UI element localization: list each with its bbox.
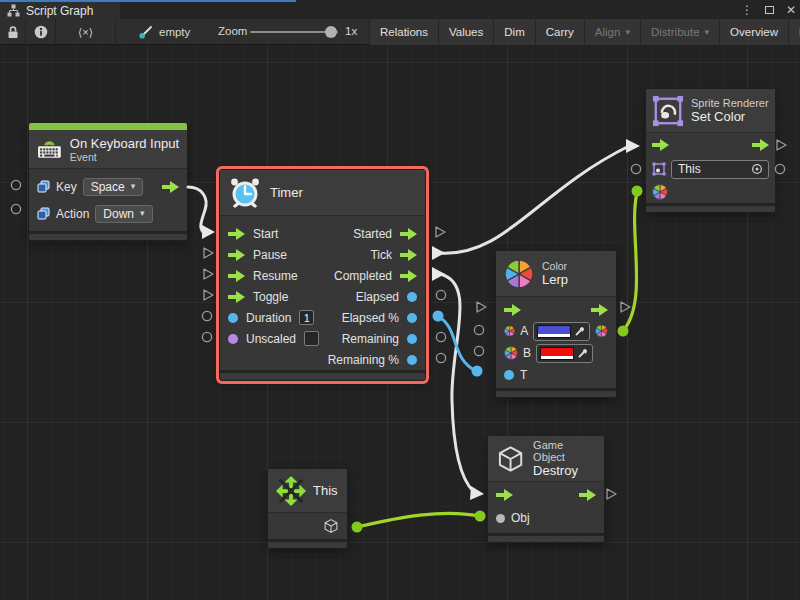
node-on-keyboard-input[interactable]: On Keyboard Input Event Key Space▾ bbox=[28, 122, 188, 241]
fullscreen-button[interactable]: Full Screen bbox=[789, 19, 800, 45]
node-color-lerp[interactable]: Color Lerp A bbox=[495, 250, 617, 398]
port-timer-resume[interactable] bbox=[204, 269, 213, 279]
port-timer-start[interactable] bbox=[202, 225, 215, 239]
node-timer[interactable]: Timer Start Pause Resume Toggle Duration… bbox=[219, 169, 426, 381]
wire-this-to-obj[interactable] bbox=[357, 513, 479, 527]
value-port-dot[interactable] bbox=[407, 313, 417, 323]
port-timer-remaining-percent[interactable] bbox=[436, 353, 445, 362]
flow-output-arrow[interactable] bbox=[579, 489, 596, 501]
flow-output-arrow[interactable] bbox=[591, 304, 608, 316]
info-button[interactable] bbox=[26, 19, 56, 45]
port-lerp-a[interactable] bbox=[474, 325, 483, 334]
port-lerp-exit[interactable] bbox=[621, 302, 630, 312]
relations-button[interactable]: Relations bbox=[370, 19, 439, 45]
value-port-dot[interactable] bbox=[407, 355, 417, 365]
node-this[interactable]: This bbox=[267, 468, 348, 549]
value-port-dot[interactable] bbox=[496, 514, 505, 523]
flow-output-arrow[interactable] bbox=[752, 139, 769, 151]
port-this-value[interactable] bbox=[352, 522, 363, 533]
port-timer-started[interactable] bbox=[436, 227, 445, 237]
window-menu-icon[interactable]: ⋮ bbox=[741, 4, 753, 16]
port-keyboard-key[interactable] bbox=[11, 180, 20, 189]
eyedropper-icon[interactable] bbox=[574, 325, 586, 337]
tab-script-graph[interactable]: Script Graph bbox=[0, 2, 120, 19]
node-footer[interactable] bbox=[220, 370, 425, 379]
flow-output-arrow[interactable] bbox=[162, 181, 179, 193]
port-destroy-enter[interactable] bbox=[470, 486, 484, 500]
eyedropper-icon[interactable] bbox=[577, 347, 589, 359]
wire-lerp-to-color[interactable] bbox=[623, 193, 637, 331]
port-destroy-obj[interactable] bbox=[475, 511, 486, 522]
window-close-icon[interactable]: ✕ bbox=[786, 4, 796, 16]
script-graph-icon bbox=[7, 4, 20, 17]
values-button[interactable]: Values bbox=[439, 19, 494, 45]
node-destroy[interactable]: Game Object Destroy Obj bbox=[487, 435, 605, 543]
color-input-wheel-icon[interactable] bbox=[652, 184, 668, 200]
graph-canvas[interactable]: On Keyboard Input Event Key Space▾ bbox=[0, 46, 800, 600]
node-footer[interactable] bbox=[268, 539, 347, 548]
wire-elapsed-percent-to-t[interactable] bbox=[438, 316, 476, 371]
port-setcolor-result[interactable] bbox=[775, 164, 784, 173]
wire-tick-to-setcolor[interactable] bbox=[440, 146, 629, 253]
action-dropdown[interactable]: Down▾ bbox=[95, 205, 152, 223]
zoom-slider[interactable] bbox=[250, 31, 338, 33]
port-timer-pause[interactable] bbox=[204, 248, 213, 258]
value-port-dot[interactable] bbox=[407, 292, 417, 302]
port-destroy-exit[interactable] bbox=[607, 489, 616, 499]
distribute-button[interactable]: Distribute▾ bbox=[641, 19, 720, 45]
color-a-picker[interactable] bbox=[533, 322, 590, 341]
node-footer[interactable] bbox=[646, 203, 775, 212]
port-timer-unscaled[interactable] bbox=[202, 332, 211, 341]
carry-button[interactable]: Carry bbox=[536, 19, 585, 45]
target-object-field[interactable]: This bbox=[671, 160, 769, 179]
port-lerp-t[interactable] bbox=[472, 366, 483, 377]
node-footer[interactable] bbox=[496, 388, 616, 397]
overview-button[interactable]: Overview bbox=[720, 19, 789, 45]
node-title: This bbox=[313, 483, 338, 498]
port-timer-remaining[interactable] bbox=[436, 332, 445, 341]
port-timer-completed[interactable] bbox=[432, 267, 445, 281]
flow-output-arrow[interactable] bbox=[400, 249, 417, 261]
zoom-slider-handle[interactable] bbox=[325, 26, 337, 38]
flow-input-arrow[interactable] bbox=[504, 304, 521, 316]
flow-input-arrow[interactable] bbox=[496, 489, 513, 501]
game-object-output-icon[interactable] bbox=[323, 518, 339, 534]
value-port-dot[interactable] bbox=[407, 334, 417, 344]
node-footer[interactable] bbox=[488, 533, 604, 542]
port-timer-duration[interactable] bbox=[202, 311, 211, 320]
color-b-swatch[interactable] bbox=[541, 348, 573, 356]
align-button[interactable]: Align▾ bbox=[585, 19, 641, 45]
window-maximize-icon[interactable] bbox=[765, 6, 774, 14]
port-lerp-enter[interactable] bbox=[477, 302, 486, 312]
flow-input-arrow[interactable] bbox=[652, 139, 669, 151]
port-setcolor-color[interactable] bbox=[632, 186, 643, 197]
color-b-picker[interactable] bbox=[536, 344, 593, 363]
node-title: Lerp bbox=[542, 272, 568, 287]
port-lerp-b[interactable] bbox=[474, 346, 483, 355]
node-sprite-set-color[interactable]: Sprite Renderer Set Color This bbox=[645, 88, 776, 213]
graph-toolbar: ⟨×⟩ empty Zoom 1x Relations Values Dim C… bbox=[0, 19, 800, 45]
event-accent-bar bbox=[29, 123, 187, 130]
dim-button[interactable]: Dim bbox=[494, 19, 535, 45]
port-setcolor-exit[interactable] bbox=[777, 140, 786, 150]
port-keyboard-action[interactable] bbox=[11, 204, 20, 213]
key-dropdown[interactable]: Space▾ bbox=[83, 178, 144, 196]
object-picker-icon[interactable] bbox=[751, 163, 763, 175]
collapse-button[interactable]: ⟨×⟩ bbox=[56, 19, 116, 45]
wire-completed-to-destroy[interactable] bbox=[440, 274, 474, 492]
flow-output-arrow[interactable] bbox=[400, 270, 417, 282]
port-setcolor-target[interactable] bbox=[631, 164, 640, 173]
wire-keyboard-to-timer-start[interactable] bbox=[188, 187, 206, 232]
port-lerp-result[interactable] bbox=[618, 326, 629, 337]
port-timer-elapsed-percent[interactable] bbox=[433, 311, 444, 322]
node-footer[interactable] bbox=[29, 231, 187, 240]
flow-output-arrow[interactable] bbox=[400, 228, 417, 240]
lock-button[interactable] bbox=[0, 19, 26, 45]
value-port-dot[interactable] bbox=[504, 370, 514, 380]
port-setcolor-enter[interactable] bbox=[626, 139, 640, 153]
color-output-wheel-icon[interactable] bbox=[595, 323, 608, 339]
port-timer-tick[interactable] bbox=[432, 246, 445, 260]
color-a-swatch[interactable] bbox=[538, 326, 570, 334]
port-timer-toggle[interactable] bbox=[204, 290, 213, 300]
port-timer-elapsed[interactable] bbox=[436, 290, 445, 299]
